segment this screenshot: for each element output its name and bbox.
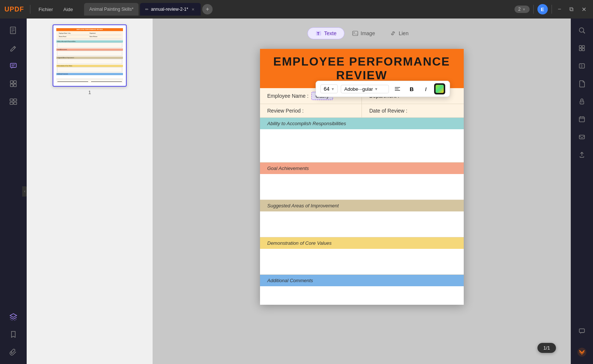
tab-close-btn[interactable]: ✕ (190, 7, 196, 12)
sidebar-icon-pages[interactable] (5, 22, 21, 39)
page-number-badge[interactable]: 2 ▼ (514, 6, 530, 13)
svg-rect-9 (14, 81, 16, 83)
action-btn-lien[interactable]: Lien (382, 28, 416, 39)
italic-btn[interactable]: I (420, 83, 431, 94)
mini-info-row2: Review Period: Date of Review: (58, 35, 121, 39)
right-icon-lock[interactable] (574, 93, 590, 110)
user-avatar[interactable]: E (537, 4, 548, 14)
texte-icon: T (315, 30, 322, 37)
mini-content-3 (57, 59, 122, 64)
svg-point-23 (579, 28, 584, 32)
svg-rect-26 (582, 46, 584, 48)
mini-doc-header: EMPLOYEE PERFORMANCE REVIEW (56, 28, 123, 31)
divider3 (552, 5, 552, 14)
right-icon-ocr[interactable] (574, 58, 590, 74)
svg-rect-14 (10, 102, 13, 104)
mini-info-row1: Employee Name: Cathy Department: (58, 32, 121, 35)
right-icon-calendar[interactable] (574, 111, 590, 127)
section-content-5[interactable] (260, 286, 464, 305)
lien-icon (390, 30, 396, 37)
pdf-area[interactable]: T Texte Image Lien (153, 19, 571, 364)
employee-name-label: Employee Name : (267, 93, 309, 99)
tab-annual-review[interactable]: ✏ annual-review-2-1* ✕ (140, 3, 201, 16)
page-num-chevron: ▼ (522, 7, 526, 11)
section-content-2[interactable] (260, 174, 464, 200)
tab-label-annual: annual-review-2-1* (151, 7, 188, 12)
top-right-controls: 2 ▼ E − ⧉ ✕ (514, 4, 589, 14)
page-indicator-value: 1/1 (543, 345, 550, 351)
right-icon-mail[interactable] (574, 129, 590, 145)
svg-rect-18 (353, 31, 358, 36)
svg-text:T: T (317, 32, 319, 36)
brand-icon-area (574, 344, 590, 360)
right-icon-search[interactable] (574, 22, 590, 39)
doc-info-row-2: Review Period : Date of Review : (260, 104, 464, 118)
top-bar: UPDF Fichier Aide Animal Painting Skills… (0, 0, 593, 19)
font-size-value: 64 (324, 86, 330, 92)
svg-rect-25 (579, 46, 582, 48)
font-family-selector[interactable]: Adobe···gular ▼ (341, 85, 389, 93)
app-logo: UPDF (4, 6, 24, 13)
svg-line-4 (14, 47, 15, 48)
color-picker-btn[interactable] (434, 83, 445, 94)
right-icon-share[interactable] (574, 147, 590, 163)
svg-rect-13 (14, 99, 17, 101)
font-family-value: Adobe···gular (344, 86, 373, 92)
section-content-4[interactable] (260, 249, 464, 275)
menu-aide[interactable]: Aide (61, 5, 75, 14)
sidebar-icon-form[interactable] (5, 76, 21, 92)
sidebar-icon-comment[interactable] (5, 58, 21, 74)
maximize-btn[interactable]: ⧉ (567, 5, 576, 13)
tab-animal-painting[interactable]: Animal Painting Skills* (84, 3, 139, 16)
svg-rect-28 (582, 49, 584, 51)
right-icon-grid[interactable] (574, 40, 590, 56)
sidebar-icon-bookmark[interactable] (5, 326, 21, 343)
sidebar-icon-organize[interactable] (5, 93, 21, 110)
action-btn-image[interactable]: Image (344, 28, 383, 39)
align-icon (394, 86, 400, 92)
image-icon (352, 30, 359, 37)
svg-rect-11 (14, 84, 16, 87)
font-size-selector[interactable]: 64 ▼ (320, 84, 338, 93)
section-header-1: Ability to Accomplish Responsibilities (260, 118, 464, 129)
section-header-5: Additional Comments (260, 275, 464, 286)
right-icon-comment[interactable] (574, 323, 590, 340)
review-period-label: Review Period : (267, 108, 304, 114)
ocr-icon (578, 62, 586, 70)
section-label-3: Suggested Areas of Improvement (267, 203, 339, 208)
sidebar-icon-layers[interactable] (5, 308, 21, 325)
section-content-1[interactable] (260, 129, 464, 163)
section-label-5: Additional Comments (267, 278, 313, 283)
image-label: Image (361, 30, 375, 36)
search-icon (578, 27, 586, 34)
right-sidebar (571, 19, 593, 364)
svg-rect-32 (579, 117, 584, 122)
mini-document: EMPLOYEE PERFORMANCE REVIEW Employee Nam… (56, 28, 123, 83)
sidebar-icon-paperclip[interactable] (5, 344, 21, 360)
align-btn[interactable] (392, 83, 403, 94)
sidebar-icon-edit[interactable] (5, 40, 21, 56)
minimize-btn[interactable]: − (556, 5, 563, 13)
mini-content-4 (57, 67, 122, 72)
section-header-2: Goal Achievements (260, 163, 464, 174)
updf-brand-icon (577, 347, 587, 357)
page-indicator: 1/1 (537, 343, 556, 353)
color-preview (436, 85, 444, 93)
add-tab-btn[interactable]: + (202, 4, 213, 14)
divider (30, 5, 30, 14)
mini-content-2 (57, 51, 122, 56)
thumbnail-card-1[interactable]: EMPLOYEE PERFORMANCE REVIEW Employee Nam… (53, 24, 127, 87)
left-sidebar: ‹ (0, 19, 27, 364)
thumbnail-panel: EMPLOYEE PERFORMANCE REVIEW Employee Nam… (27, 19, 153, 364)
action-toolbar: T Texte Image Lien (159, 24, 565, 42)
grid-icon (578, 44, 586, 52)
close-btn[interactable]: ✕ (579, 5, 589, 14)
mini-footer (56, 79, 123, 83)
menu-fichier[interactable]: Fichier (36, 5, 55, 14)
section-content-3[interactable] (260, 211, 464, 237)
section-header-4: Demonstration of Core Values (260, 237, 464, 249)
mini-content-5 (56, 75, 123, 78)
right-icon-document[interactable] (574, 76, 590, 92)
action-btn-texte[interactable]: T Texte (307, 27, 344, 39)
bold-btn[interactable]: B (406, 83, 417, 94)
